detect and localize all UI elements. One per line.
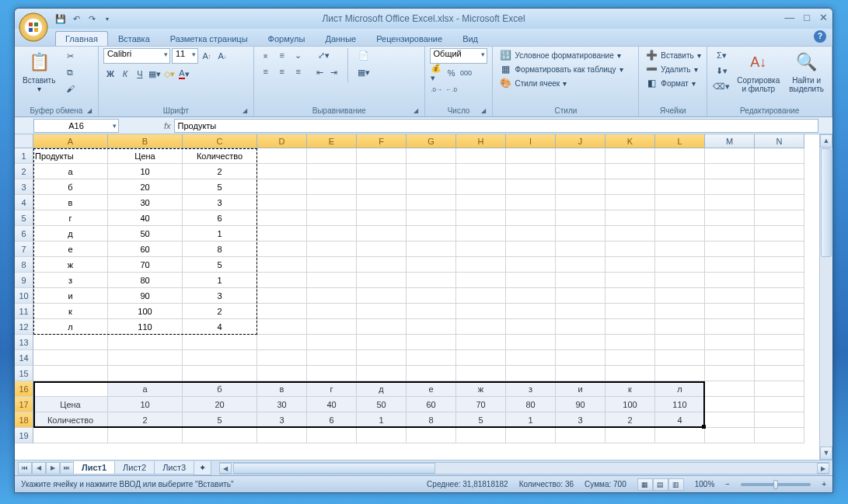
- cell[interactable]: [755, 381, 804, 397]
- zoom-in-icon[interactable]: +: [822, 480, 826, 488]
- cell[interactable]: [605, 304, 655, 319]
- cell[interactable]: 2: [605, 412, 655, 428]
- scroll-up-icon[interactable]: ▲: [820, 134, 832, 148]
- cell[interactable]: г: [307, 381, 357, 397]
- cell[interactable]: [605, 226, 655, 242]
- cell[interactable]: 50: [108, 226, 183, 242]
- conditional-format-button[interactable]: 🔢Условное форматирование▾: [497, 48, 624, 62]
- cell[interactable]: 70: [456, 397, 506, 412]
- format-cells-button[interactable]: ◧Формат▾: [644, 76, 702, 90]
- cell[interactable]: [407, 210, 456, 226]
- ribbon-tab-6[interactable]: Вид: [452, 31, 488, 46]
- cell[interactable]: 2: [183, 164, 257, 179]
- row-header[interactable]: 4: [15, 195, 33, 210]
- cell[interactable]: к: [605, 381, 655, 397]
- cell[interactable]: [257, 164, 307, 179]
- find-select-button[interactable]: 🔍 Найти и выделить: [786, 48, 827, 95]
- cell[interactable]: 60: [108, 242, 183, 257]
- next-sheet-icon[interactable]: ▶: [46, 462, 60, 474]
- cell[interactable]: [705, 195, 755, 210]
- cell[interactable]: [605, 428, 655, 443]
- format-table-button[interactable]: ▦Форматировать как таблицу▾: [497, 62, 624, 76]
- office-button[interactable]: [18, 12, 49, 43]
- formula-bar[interactable]: Продукты: [174, 119, 818, 133]
- column-header[interactable]: J: [556, 134, 605, 148]
- cell[interactable]: [456, 350, 506, 366]
- cell[interactable]: [556, 226, 605, 242]
- cell[interactable]: [655, 273, 705, 288]
- cell[interactable]: Цена: [108, 148, 183, 164]
- cell[interactable]: [357, 210, 407, 226]
- cell[interactable]: л: [655, 381, 705, 397]
- cell[interactable]: 90: [556, 397, 605, 412]
- cell[interactable]: [257, 179, 307, 195]
- row-header[interactable]: 16: [15, 381, 33, 397]
- column-header[interactable]: C: [183, 134, 257, 148]
- cell[interactable]: [506, 164, 556, 179]
- row-header[interactable]: 5: [15, 210, 33, 226]
- cell[interactable]: [655, 210, 705, 226]
- prev-sheet-icon[interactable]: ◀: [32, 462, 46, 474]
- cell[interactable]: [257, 257, 307, 273]
- cell[interactable]: 20: [183, 397, 257, 412]
- scroll-left-icon[interactable]: ◀: [219, 463, 232, 474]
- cell[interactable]: [755, 366, 804, 381]
- cell[interactable]: б: [183, 381, 257, 397]
- italic-button[interactable]: К: [118, 67, 132, 81]
- cell[interactable]: [506, 366, 556, 381]
- cell[interactable]: 3: [183, 195, 257, 210]
- cell[interactable]: [307, 288, 357, 304]
- cell[interactable]: [407, 366, 456, 381]
- last-sheet-icon[interactable]: ⏭: [60, 462, 74, 474]
- cell[interactable]: [357, 164, 407, 179]
- align-top-icon[interactable]: ⌅: [259, 48, 273, 62]
- cell[interactable]: [456, 195, 506, 210]
- cell[interactable]: 20: [108, 179, 183, 195]
- font-name-combo[interactable]: Calibri: [103, 48, 170, 64]
- cell[interactable]: [506, 335, 556, 350]
- cell[interactable]: [108, 428, 183, 443]
- fill-color-icon[interactable]: ◇▾: [162, 67, 176, 81]
- cell[interactable]: [307, 210, 357, 226]
- cell[interactable]: [407, 304, 456, 319]
- column-header[interactable]: N: [755, 134, 804, 148]
- cell[interactable]: [556, 335, 605, 350]
- cell[interactable]: [556, 210, 605, 226]
- cell[interactable]: [506, 257, 556, 273]
- bold-button[interactable]: Ж: [103, 67, 117, 81]
- cell[interactable]: [456, 179, 506, 195]
- cell[interactable]: [357, 350, 407, 366]
- minimize-button[interactable]: —: [784, 12, 794, 23]
- cell[interactable]: [705, 288, 755, 304]
- cell[interactable]: [183, 335, 257, 350]
- name-box[interactable]: A16: [33, 119, 119, 133]
- cell[interactable]: [506, 350, 556, 366]
- cell[interactable]: [357, 304, 407, 319]
- zoom-out-icon[interactable]: −: [725, 480, 730, 488]
- cell[interactable]: [407, 319, 456, 335]
- cell[interactable]: [257, 288, 307, 304]
- cell[interactable]: 30: [257, 397, 307, 412]
- cell[interactable]: и: [556, 381, 605, 397]
- column-header[interactable]: F: [357, 134, 407, 148]
- column-header[interactable]: K: [605, 134, 655, 148]
- cell[interactable]: [307, 366, 357, 381]
- cell[interactable]: 80: [506, 397, 556, 412]
- cell[interactable]: [307, 164, 357, 179]
- cell[interactable]: [655, 428, 705, 443]
- cell[interactable]: [755, 257, 804, 273]
- cell[interactable]: [257, 366, 307, 381]
- cell[interactable]: 100: [108, 304, 183, 319]
- cell[interactable]: 1: [183, 273, 257, 288]
- cell[interactable]: [407, 428, 456, 443]
- row-header[interactable]: 15: [15, 366, 33, 381]
- cell[interactable]: [357, 257, 407, 273]
- cell[interactable]: [506, 210, 556, 226]
- cell[interactable]: [357, 179, 407, 195]
- cell[interactable]: 110: [108, 319, 183, 335]
- cell[interactable]: [307, 319, 357, 335]
- ribbon-tab-2[interactable]: Разметка страницы: [160, 31, 258, 46]
- cell[interactable]: 3: [183, 288, 257, 304]
- copy-icon[interactable]: ⧉: [61, 64, 79, 80]
- cell[interactable]: [407, 273, 456, 288]
